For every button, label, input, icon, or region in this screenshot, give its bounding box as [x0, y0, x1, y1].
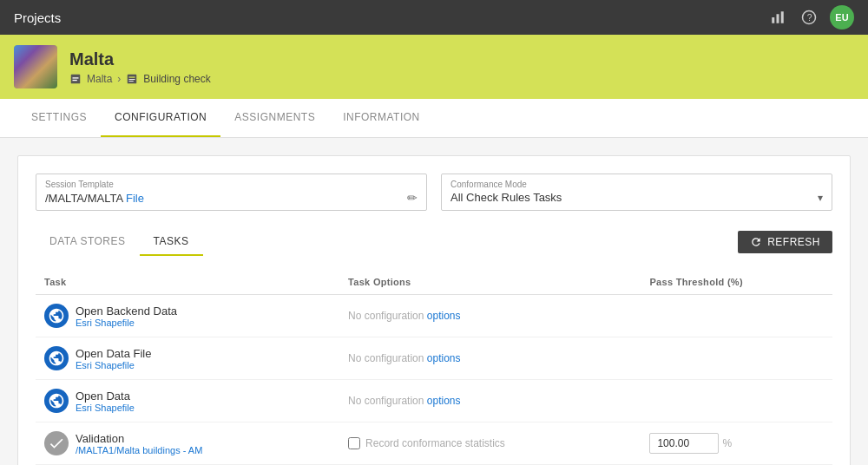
edit-icon[interactable]: ✏	[407, 191, 418, 205]
app-title: Projects	[14, 10, 61, 25]
task-cell-4: Validation/MALTA1/Malta buildings - AM	[36, 422, 339, 465]
threshold-cell: %	[649, 433, 824, 454]
conformance-mode-value: All Check Rules Tasks ▾	[450, 191, 823, 204]
tab-configuration[interactable]: CONFIGURATION	[101, 99, 220, 137]
svg-rect-2	[781, 11, 784, 23]
project-info: Malta Malta › Building check	[69, 49, 211, 85]
task-name-4: Validation	[76, 432, 202, 445]
checkbox-label: Record conformance statistics	[365, 437, 505, 449]
svg-rect-1	[777, 14, 779, 23]
task-subtitle-1: Esri Shapefile	[76, 318, 177, 328]
task-name-3: Open Data	[76, 390, 135, 403]
table-row: Open Backend DataEsri ShapefileNo config…	[36, 295, 832, 337]
tasks-table: Task Task Options Pass Threshold (%) Ope…	[36, 270, 832, 465]
table-header-row: Task Task Options Pass Threshold (%)	[36, 270, 832, 295]
pass-threshold-cell-3	[641, 380, 832, 422]
main-content: Session Template /MALTA/MALTA File ✏ Con…	[0, 138, 868, 465]
session-template-value: /MALTA/MALTA File ✏	[45, 191, 418, 205]
tab-settings[interactable]: SETTINGS	[17, 99, 101, 137]
svg-rect-10	[129, 79, 135, 80]
user-avatar[interactable]: EU	[830, 5, 854, 29]
config-link[interactable]: options	[427, 310, 461, 322]
pass-threshold-cell-1	[641, 295, 832, 337]
globe-icon	[44, 304, 69, 328]
no-config-text: No configuration options	[348, 352, 460, 364]
table-row: Validation/MALTA1/Malta buildings - AMRe…	[36, 422, 832, 465]
no-config-text: No configuration options	[348, 395, 460, 407]
config-link[interactable]: options	[427, 395, 461, 407]
task-options-cell-4: Record conformance statistics	[339, 422, 641, 465]
svg-rect-6	[73, 77, 79, 78]
breadcrumb-parent[interactable]: Malta	[87, 73, 112, 85]
conformance-mode-field[interactable]: Conformance Mode All Check Rules Tasks ▾	[441, 174, 832, 211]
task-subtitle-3: Esri Shapefile	[76, 403, 135, 413]
globe-icon	[44, 346, 69, 370]
breadcrumb: Malta › Building check	[69, 73, 211, 85]
svg-rect-5	[71, 74, 81, 83]
sub-tabs: DATA STORES TASKS REFRESH	[36, 228, 832, 256]
chevron-down-icon: ▾	[818, 192, 823, 204]
session-template-label: Session Template	[45, 180, 418, 189]
svg-rect-0	[772, 17, 774, 23]
svg-rect-9	[129, 76, 135, 77]
sub-tabs-left: DATA STORES TASKS	[36, 228, 203, 256]
refresh-button[interactable]: REFRESH	[738, 231, 832, 253]
help-icon[interactable]: ?	[799, 7, 819, 28]
chart-icon[interactable]	[767, 7, 788, 28]
no-config-text: No configuration options	[348, 310, 460, 322]
tabs-bar: SETTINGS CONFIGURATION ASSIGNMENTS INFOR…	[0, 99, 868, 138]
session-template-text: /MALTA/MALTA File	[45, 192, 144, 205]
top-nav: Projects ? EU	[0, 0, 868, 35]
col-pass-threshold: Pass Threshold (%)	[641, 270, 832, 295]
tab-assignments[interactable]: ASSIGNMENTS	[220, 99, 329, 137]
task-options-cell-1: No configuration options	[339, 295, 641, 337]
svg-rect-7	[73, 79, 77, 80]
col-task: Task	[36, 270, 339, 295]
task-name-2: Open Data File	[76, 347, 151, 360]
pass-threshold-cell-2	[641, 337, 832, 380]
conformance-checkbox[interactable]	[348, 437, 360, 449]
svg-text:?: ?	[807, 12, 812, 23]
percent-symbol: %	[722, 437, 732, 449]
project-header: Malta Malta › Building check	[0, 35, 868, 99]
form-row: Session Template /MALTA/MALTA File ✏ Con…	[36, 174, 832, 211]
threshold-input[interactable]	[649, 433, 719, 454]
table-row: Open DataEsri ShapefileNo configuration …	[36, 380, 832, 422]
sub-tab-data-stores[interactable]: DATA STORES	[36, 228, 140, 256]
task-subtitle-4: /MALTA1/Malta buildings - AM	[76, 445, 202, 455]
task-options-cell-3: No configuration options	[339, 380, 641, 422]
task-cell-1: Open Backend DataEsri Shapefile	[36, 295, 339, 337]
svg-rect-11	[129, 81, 134, 82]
project-thumbnail	[14, 45, 57, 88]
configuration-card: Session Template /MALTA/MALTA File ✏ Con…	[17, 155, 851, 465]
top-nav-right: ? EU	[767, 5, 854, 29]
task-cell-3: Open DataEsri Shapefile	[36, 380, 339, 422]
config-link[interactable]: options	[427, 352, 461, 364]
table-row: Open Data FileEsri ShapefileNo configura…	[36, 337, 832, 380]
task-options-cell-2: No configuration options	[339, 337, 641, 380]
task-cell-2: Open Data FileEsri Shapefile	[36, 337, 339, 380]
project-name: Malta	[69, 49, 211, 69]
conformance-mode-label: Conformance Mode	[450, 180, 823, 189]
tab-information[interactable]: INFORMATION	[329, 99, 434, 137]
col-task-options: Task Options	[339, 270, 641, 295]
session-template-field: Session Template /MALTA/MALTA File ✏	[36, 174, 427, 211]
checkbox-cell-4: Record conformance statistics	[348, 437, 632, 449]
task-name-1: Open Backend Data	[76, 305, 177, 318]
task-subtitle-2: Esri Shapefile	[76, 360, 151, 370]
breadcrumb-current: Building check	[143, 73, 210, 85]
sub-tab-tasks[interactable]: TASKS	[140, 228, 203, 256]
pass-threshold-cell-4: %	[641, 422, 832, 465]
breadcrumb-separator: ›	[117, 73, 121, 85]
globe-icon	[44, 389, 69, 413]
validation-icon	[44, 431, 69, 455]
